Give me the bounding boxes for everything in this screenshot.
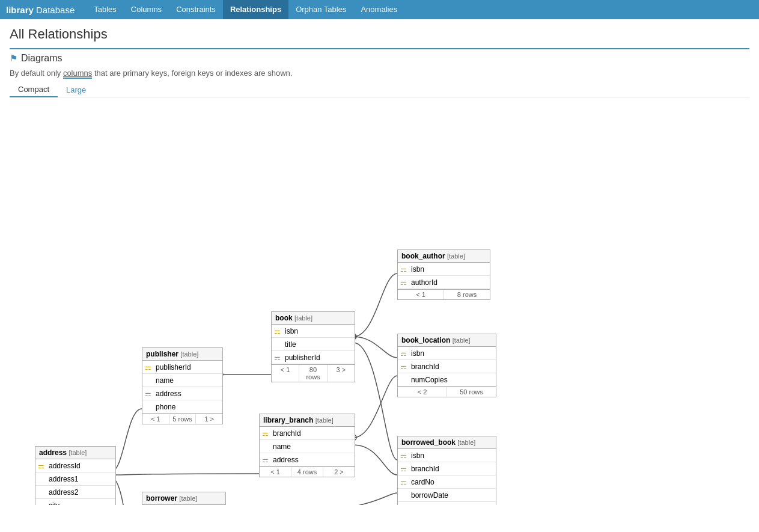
page: All Relationships ⚑ Diagrams By default … xyxy=(0,19,759,512)
table-borrowed-book: borrowed_book [table] ⚎ isbn ⚎ branchId … xyxy=(397,436,496,505)
section-icon: ⚑ xyxy=(10,53,17,64)
fk-icon: ⚎ xyxy=(274,353,282,362)
fk-icon: ⚎ xyxy=(145,390,153,398)
table-library-branch-footer: < 1 4 rows 2 > xyxy=(260,466,355,477)
nav-relationships[interactable]: Relationships xyxy=(223,0,288,19)
row-branchid: ⚎ branchId xyxy=(398,360,496,373)
nav-anomalies[interactable]: Anomalies xyxy=(353,0,404,19)
table-library-branch-header: library_branch [table] xyxy=(260,414,355,427)
table-book-author-row-authorid: ⚎ authorId xyxy=(398,276,490,289)
row-duedate: dueDate xyxy=(398,502,496,505)
fk-icon: ⚎ xyxy=(262,456,270,464)
pk-icon: ⚎ xyxy=(400,451,409,460)
table-book-header: book [table] xyxy=(272,312,355,325)
row-addressid: ⚎ addressId xyxy=(35,459,115,472)
table-publisher: publisher [table] ⚎ publisherId name ⚎ a… xyxy=(142,347,223,424)
row-name: name xyxy=(260,440,355,453)
table-borrower-header: borrower [table] xyxy=(142,492,225,505)
pk-icon: ⚎ xyxy=(400,265,409,274)
row-isbn: ⚎ isbn xyxy=(272,325,355,338)
row-branchid: ⚎ branchId xyxy=(398,462,496,475)
pk-icon: ⚎ xyxy=(400,362,409,371)
pk-icon: ⚎ xyxy=(274,327,282,335)
nav-tables[interactable]: Tables xyxy=(87,0,124,19)
table-address: address [table] ⚎ addressId address1 add… xyxy=(35,446,116,505)
pk-icon: ⚎ xyxy=(38,462,46,470)
tab-large[interactable]: Large xyxy=(58,82,94,97)
row-address1: address1 xyxy=(35,472,115,486)
row-address2: address2 xyxy=(35,486,115,499)
table-book: book [table] ⚎ isbn title ⚎ publisherId … xyxy=(271,311,355,382)
row-numcopies: numCopies xyxy=(398,373,496,387)
brand-db: Database xyxy=(34,5,75,15)
table-borrower: borrower [table] ⚎ cardNo firstName midd… xyxy=(142,492,226,505)
nav-columns[interactable]: Columns xyxy=(124,0,169,19)
table-book-author: book_author [table] ⚎ isbn ⚎ authorId < … xyxy=(397,249,490,300)
nav-orphan-tables[interactable]: Orphan Tables xyxy=(288,0,353,19)
row-branchid: ⚎ branchId xyxy=(260,427,355,440)
row-borrowdate: borrowDate xyxy=(398,489,496,502)
row-address: ⚎ address xyxy=(142,387,222,400)
tab-compact[interactable]: Compact xyxy=(10,82,58,97)
section-header: ⚑ Diagrams xyxy=(10,48,749,64)
row-address: ⚎ address xyxy=(260,453,355,466)
diagram-area: book_author [table] ⚎ isbn ⚎ authorId < … xyxy=(10,102,749,505)
row-cardno: ⚎ cardNo xyxy=(398,475,496,489)
top-nav: library Database Tables Columns Constrai… xyxy=(0,0,759,19)
pk-icon: ⚎ xyxy=(400,278,409,287)
row-city: city xyxy=(35,499,115,505)
row-publisherid: ⚎ publisherId xyxy=(142,361,222,374)
description: By default only columns that are primary… xyxy=(10,69,749,78)
section-title: Diagrams xyxy=(21,53,62,64)
description-highlight: columns xyxy=(63,69,92,79)
row-publisherid: ⚎ publisherId xyxy=(272,351,355,364)
row-isbn: ⚎ isbn xyxy=(398,347,496,360)
table-book-author-header: book_author [table] xyxy=(398,250,490,263)
table-book-location: book_location [table] ⚎ isbn ⚎ branchId … xyxy=(397,334,496,397)
tabs: Compact Large xyxy=(10,82,749,97)
brand: library Database xyxy=(6,5,75,15)
table-book-author-row-isbn: ⚎ isbn xyxy=(398,263,490,276)
pk-icon: ⚎ xyxy=(145,363,153,371)
row-name: name xyxy=(142,374,222,387)
row-title: title xyxy=(272,338,355,351)
table-book-location-footer: < 2 50 rows xyxy=(398,387,496,397)
table-borrowed-book-header: borrowed_book [table] xyxy=(398,436,496,449)
brand-lib: library xyxy=(6,5,34,15)
connectors-svg xyxy=(10,102,749,505)
page-title: All Relationships xyxy=(10,26,749,42)
table-book-author-footer: < 1 8 rows xyxy=(398,289,490,299)
row-phone: phone xyxy=(142,400,222,414)
table-publisher-footer: < 1 5 rows 1 > xyxy=(142,414,222,424)
table-address-header: address [table] xyxy=(35,447,115,459)
pk-icon: ⚎ xyxy=(400,465,409,473)
table-publisher-header: publisher [table] xyxy=(142,348,222,361)
table-book-footer: < 1 80 rows 3 > xyxy=(272,364,355,382)
nav-constraints[interactable]: Constraints xyxy=(169,0,223,19)
row-isbn: ⚎ isbn xyxy=(398,449,496,462)
pk-icon: ⚎ xyxy=(262,429,270,438)
pk-icon: ⚎ xyxy=(400,478,409,486)
table-book-location-header: book_location [table] xyxy=(398,334,496,347)
pk-icon: ⚎ xyxy=(400,349,409,358)
table-library-branch: library_branch [table] ⚎ branchId name ⚎… xyxy=(259,414,355,477)
